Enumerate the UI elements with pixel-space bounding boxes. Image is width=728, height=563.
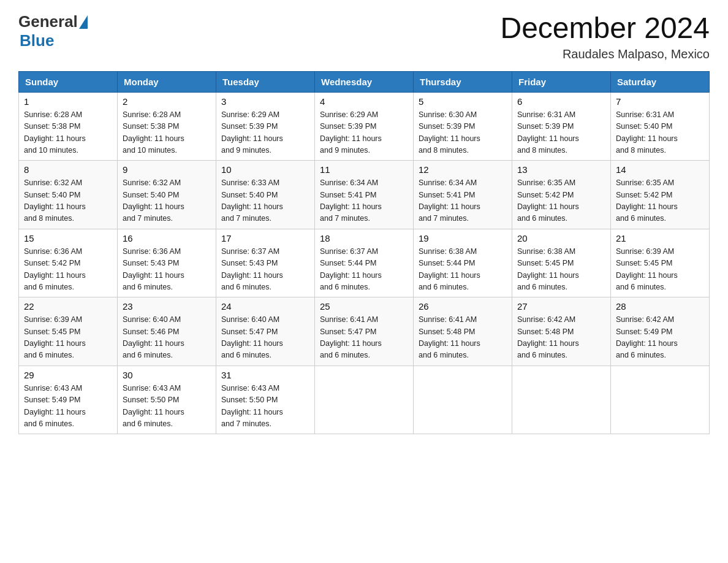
day-info: Sunrise: 6:34 AM Sunset: 5:41 PM Dayligh… (320, 177, 408, 225)
calendar-cell (414, 366, 512, 434)
calendar-cell: 24 Sunrise: 6:40 AM Sunset: 5:47 PM Dayl… (216, 297, 315, 366)
location-title: Raudales Malpaso, Mexico (500, 47, 710, 61)
day-info: Sunrise: 6:31 AM Sunset: 5:39 PM Dayligh… (517, 109, 605, 157)
day-info: Sunrise: 6:37 AM Sunset: 5:43 PM Dayligh… (221, 246, 309, 294)
day-number: 7 (616, 96, 704, 107)
day-info: Sunrise: 6:28 AM Sunset: 5:38 PM Dayligh… (123, 109, 211, 157)
calendar-cell: 23 Sunrise: 6:40 AM Sunset: 5:46 PM Dayl… (118, 297, 216, 366)
day-info: Sunrise: 6:38 AM Sunset: 5:44 PM Dayligh… (419, 246, 507, 294)
calendar-cell: 28 Sunrise: 6:42 AM Sunset: 5:49 PM Dayl… (611, 297, 710, 366)
calendar-week-row: 29 Sunrise: 6:43 AM Sunset: 5:49 PM Dayl… (19, 366, 710, 434)
day-number: 27 (517, 301, 605, 312)
logo-general-text: General (18, 12, 78, 31)
logo: General Blue (18, 12, 88, 50)
day-info: Sunrise: 6:29 AM Sunset: 5:39 PM Dayligh… (221, 109, 309, 157)
day-number: 30 (123, 370, 211, 380)
calendar-cell: 6 Sunrise: 6:31 AM Sunset: 5:39 PM Dayli… (512, 92, 611, 161)
day-info: Sunrise: 6:32 AM Sunset: 5:40 PM Dayligh… (123, 177, 211, 225)
day-number: 21 (616, 233, 704, 243)
calendar-cell: 1 Sunrise: 6:28 AM Sunset: 5:38 PM Dayli… (19, 92, 118, 161)
column-header-monday: Monday (118, 71, 216, 92)
calendar-cell: 31 Sunrise: 6:43 AM Sunset: 5:50 PM Dayl… (216, 366, 315, 434)
calendar-week-row: 8 Sunrise: 6:32 AM Sunset: 5:40 PM Dayli… (19, 161, 710, 229)
day-info: Sunrise: 6:34 AM Sunset: 5:41 PM Dayligh… (419, 177, 507, 225)
logo-triangle-icon (79, 15, 88, 29)
day-number: 5 (419, 96, 507, 107)
day-number: 16 (123, 233, 211, 243)
day-number: 23 (123, 301, 211, 312)
day-info: Sunrise: 6:39 AM Sunset: 5:45 PM Dayligh… (616, 246, 704, 294)
calendar-body: 1 Sunrise: 6:28 AM Sunset: 5:38 PM Dayli… (19, 92, 710, 434)
day-info: Sunrise: 6:36 AM Sunset: 5:43 PM Dayligh… (123, 246, 211, 294)
day-info: Sunrise: 6:29 AM Sunset: 5:39 PM Dayligh… (320, 109, 408, 157)
title-area: December 2024 Raudales Malpaso, Mexico (500, 12, 710, 61)
day-number: 4 (320, 96, 408, 107)
calendar-cell: 15 Sunrise: 6:36 AM Sunset: 5:42 PM Dayl… (19, 229, 118, 297)
calendar-cell: 9 Sunrise: 6:32 AM Sunset: 5:40 PM Dayli… (118, 161, 216, 229)
column-header-friday: Friday (512, 71, 611, 92)
calendar-week-row: 22 Sunrise: 6:39 AM Sunset: 5:45 PM Dayl… (19, 297, 710, 366)
day-info: Sunrise: 6:37 AM Sunset: 5:44 PM Dayligh… (320, 246, 408, 294)
day-number: 3 (221, 96, 309, 107)
column-header-thursday: Thursday (414, 71, 512, 92)
calendar-cell: 8 Sunrise: 6:32 AM Sunset: 5:40 PM Dayli… (19, 161, 118, 229)
day-number: 15 (24, 233, 112, 243)
day-info: Sunrise: 6:35 AM Sunset: 5:42 PM Dayligh… (616, 177, 704, 225)
day-number: 26 (419, 301, 507, 312)
day-number: 17 (221, 233, 309, 243)
day-info: Sunrise: 6:35 AM Sunset: 5:42 PM Dayligh… (517, 177, 605, 225)
column-header-wednesday: Wednesday (315, 71, 414, 92)
calendar-cell: 13 Sunrise: 6:35 AM Sunset: 5:42 PM Dayl… (512, 161, 611, 229)
calendar-cell: 3 Sunrise: 6:29 AM Sunset: 5:39 PM Dayli… (216, 92, 315, 161)
day-number: 24 (221, 301, 309, 312)
calendar-cell: 17 Sunrise: 6:37 AM Sunset: 5:43 PM Dayl… (216, 229, 315, 297)
calendar-cell: 18 Sunrise: 6:37 AM Sunset: 5:44 PM Dayl… (315, 229, 414, 297)
calendar-cell: 4 Sunrise: 6:29 AM Sunset: 5:39 PM Dayli… (315, 92, 414, 161)
calendar-cell: 20 Sunrise: 6:38 AM Sunset: 5:45 PM Dayl… (512, 229, 611, 297)
calendar-cell: 2 Sunrise: 6:28 AM Sunset: 5:38 PM Dayli… (118, 92, 216, 161)
calendar-cell: 10 Sunrise: 6:33 AM Sunset: 5:40 PM Dayl… (216, 161, 315, 229)
day-info: Sunrise: 6:42 AM Sunset: 5:48 PM Dayligh… (517, 314, 605, 362)
calendar-cell: 11 Sunrise: 6:34 AM Sunset: 5:41 PM Dayl… (315, 161, 414, 229)
calendar-cell: 21 Sunrise: 6:39 AM Sunset: 5:45 PM Dayl… (611, 229, 710, 297)
calendar-cell: 30 Sunrise: 6:43 AM Sunset: 5:50 PM Dayl… (118, 366, 216, 434)
day-info: Sunrise: 6:39 AM Sunset: 5:45 PM Dayligh… (24, 314, 112, 362)
column-header-sunday: Sunday (19, 71, 118, 92)
day-number: 9 (123, 164, 211, 175)
day-number: 8 (24, 164, 112, 175)
day-info: Sunrise: 6:43 AM Sunset: 5:50 PM Dayligh… (221, 383, 309, 431)
day-info: Sunrise: 6:40 AM Sunset: 5:46 PM Dayligh… (123, 314, 211, 362)
calendar-cell: 29 Sunrise: 6:43 AM Sunset: 5:49 PM Dayl… (19, 366, 118, 434)
logo-blue-text: Blue (20, 31, 54, 50)
day-number: 28 (616, 301, 704, 312)
calendar-table: SundayMondayTuesdayWednesdayThursdayFrid… (18, 71, 710, 435)
calendar-cell (315, 366, 414, 434)
day-info: Sunrise: 6:41 AM Sunset: 5:48 PM Dayligh… (419, 314, 507, 362)
day-number: 29 (24, 370, 112, 380)
calendar-cell (512, 366, 611, 434)
calendar-cell: 22 Sunrise: 6:39 AM Sunset: 5:45 PM Dayl… (19, 297, 118, 366)
day-number: 25 (320, 301, 408, 312)
day-info: Sunrise: 6:42 AM Sunset: 5:49 PM Dayligh… (616, 314, 704, 362)
day-info: Sunrise: 6:31 AM Sunset: 5:40 PM Dayligh… (616, 109, 704, 157)
column-header-tuesday: Tuesday (216, 71, 315, 92)
day-number: 12 (419, 164, 507, 175)
header: General Blue December 2024 Raudales Malp… (18, 12, 710, 61)
calendar-cell: 7 Sunrise: 6:31 AM Sunset: 5:40 PM Dayli… (611, 92, 710, 161)
day-info: Sunrise: 6:41 AM Sunset: 5:47 PM Dayligh… (320, 314, 408, 362)
calendar-cell: 14 Sunrise: 6:35 AM Sunset: 5:42 PM Dayl… (611, 161, 710, 229)
day-info: Sunrise: 6:30 AM Sunset: 5:39 PM Dayligh… (419, 109, 507, 157)
calendar-cell: 26 Sunrise: 6:41 AM Sunset: 5:48 PM Dayl… (414, 297, 512, 366)
day-info: Sunrise: 6:33 AM Sunset: 5:40 PM Dayligh… (221, 177, 309, 225)
calendar-cell: 16 Sunrise: 6:36 AM Sunset: 5:43 PM Dayl… (118, 229, 216, 297)
calendar-cell (611, 366, 710, 434)
month-title: December 2024 (500, 12, 710, 45)
day-number: 22 (24, 301, 112, 312)
calendar-week-row: 15 Sunrise: 6:36 AM Sunset: 5:42 PM Dayl… (19, 229, 710, 297)
day-info: Sunrise: 6:43 AM Sunset: 5:49 PM Dayligh… (24, 383, 112, 431)
day-number: 13 (517, 164, 605, 175)
day-info: Sunrise: 6:40 AM Sunset: 5:47 PM Dayligh… (221, 314, 309, 362)
calendar-cell: 27 Sunrise: 6:42 AM Sunset: 5:48 PM Dayl… (512, 297, 611, 366)
day-info: Sunrise: 6:28 AM Sunset: 5:38 PM Dayligh… (24, 109, 112, 157)
day-info: Sunrise: 6:43 AM Sunset: 5:50 PM Dayligh… (123, 383, 211, 431)
